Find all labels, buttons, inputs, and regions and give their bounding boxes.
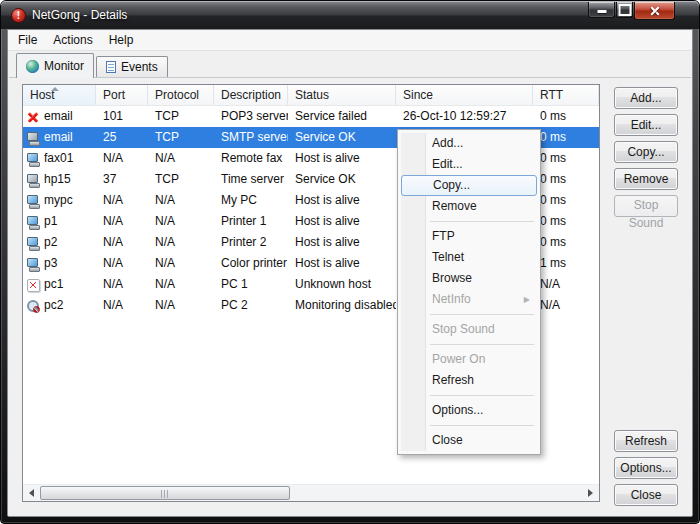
menu-item-options[interactable]: Options...: [400, 400, 538, 421]
menu-actions[interactable]: Actions: [45, 30, 100, 50]
description-cell: Printer 2: [214, 232, 288, 253]
refresh-button[interactable]: Refresh: [614, 430, 678, 452]
scroll-left-arrow-icon[interactable]: [23, 485, 40, 501]
minimize-button[interactable]: [588, 2, 615, 18]
window-close-button[interactable]: [634, 2, 675, 20]
app-window: NetGong - Details FileActionsHelp Monito…: [0, 0, 700, 524]
port-cell: N/A: [96, 190, 148, 211]
menu-item-telnet[interactable]: Telnet: [400, 247, 538, 268]
maximize-button[interactable]: [616, 2, 633, 18]
globe-icon: [26, 60, 39, 73]
tab-monitor[interactable]: Monitor: [16, 53, 94, 78]
rtt-cell: 0 ms: [533, 232, 599, 253]
menu-item-stop-sound: Stop Sound: [400, 319, 538, 340]
host-cell: email: [23, 127, 96, 148]
menu-help[interactable]: Help: [101, 30, 142, 50]
remove-button[interactable]: Remove: [614, 168, 678, 190]
menu-item-copy[interactable]: Copy...: [401, 175, 537, 196]
status-cell: Service failed: [288, 106, 396, 127]
horizontal-scrollbar[interactable]: [23, 484, 599, 501]
menu-item-edit[interactable]: Edit...: [400, 154, 538, 175]
menu-item-add[interactable]: Add...: [400, 133, 538, 154]
protocol-cell: TCP: [148, 106, 214, 127]
column-header-status[interactable]: Status: [288, 85, 396, 105]
scroll-right-arrow-icon[interactable]: [582, 485, 599, 501]
host-alive-icon: [26, 194, 40, 208]
copy-button[interactable]: Copy...: [614, 141, 678, 163]
host-alive-icon: [26, 236, 40, 250]
table-row[interactable]: email 101 TCP POP3 server Service failed…: [23, 106, 599, 127]
column-header-port[interactable]: Port: [96, 85, 148, 105]
window-controls: [588, 2, 675, 20]
status-cell: Service OK: [288, 169, 396, 190]
port-cell: N/A: [96, 232, 148, 253]
menu-separator: [400, 421, 538, 430]
host-cell: p3: [23, 253, 96, 274]
port-cell: N/A: [96, 148, 148, 169]
column-header-rtt[interactable]: RTT: [533, 85, 599, 105]
status-cell: Host is alive: [288, 253, 396, 274]
protocol-cell: N/A: [148, 232, 214, 253]
window-title: NetGong - Details: [32, 8, 127, 22]
column-header-host[interactable]: Host: [23, 85, 96, 105]
rtt-cell: 0 ms: [533, 148, 599, 169]
close-button[interactable]: Close: [614, 484, 678, 506]
protocol-cell: N/A: [148, 211, 214, 232]
host-unknown-icon: [26, 278, 40, 292]
rtt-cell: 1 ms: [533, 253, 599, 274]
tab-strip: Monitor Events: [16, 52, 168, 77]
host-cell: mypc: [23, 190, 96, 211]
tab-events[interactable]: Events: [96, 56, 168, 77]
client-area: FileActionsHelp Monitor Events HostPortP…: [7, 29, 693, 517]
rtt-cell: N/A: [533, 274, 599, 295]
description-cell: PC 1: [214, 274, 288, 295]
edit-button[interactable]: Edit...: [614, 114, 678, 136]
menu-item-remove[interactable]: Remove: [400, 196, 538, 217]
column-header-protocol[interactable]: Protocol: [148, 85, 214, 105]
description-cell: PC 2: [214, 295, 288, 316]
port-cell: 37: [96, 169, 148, 190]
protocol-cell: N/A: [148, 274, 214, 295]
host-cell: pc1: [23, 274, 96, 295]
host-alive-icon: [26, 152, 40, 166]
host-service-icon: [26, 131, 40, 145]
rtt-cell: 0 ms: [533, 190, 599, 211]
host-alive-icon: [26, 215, 40, 229]
menu-file[interactable]: File: [10, 30, 45, 50]
port-cell: 101: [96, 106, 148, 127]
protocol-cell: N/A: [148, 190, 214, 211]
menu-item-close[interactable]: Close: [400, 430, 538, 451]
column-header-since[interactable]: Since: [396, 85, 533, 105]
options-button[interactable]: Options...: [614, 457, 678, 479]
host-cell: pc2: [23, 295, 96, 316]
scrollbar-thumb[interactable]: [40, 486, 290, 500]
description-cell: Remote fax: [214, 148, 288, 169]
host-cell: p2: [23, 232, 96, 253]
table-header: HostPortProtocolDescriptionStatusSinceRT…: [23, 85, 599, 106]
status-cell: Monitoring disabled: [288, 295, 396, 316]
menu-item-ftp[interactable]: FTP: [400, 226, 538, 247]
status-cell: Unknown host: [288, 274, 396, 295]
port-cell: N/A: [96, 211, 148, 232]
menu-item-refresh[interactable]: Refresh: [400, 370, 538, 391]
stop-sound-button: Stop Sound: [614, 195, 678, 217]
protocol-cell: N/A: [148, 295, 214, 316]
menu-separator: [400, 217, 538, 226]
menu-separator: [400, 340, 538, 349]
app-icon: [11, 8, 26, 23]
host-alive-icon: [26, 257, 40, 271]
description-cell: SMTP server: [214, 127, 288, 148]
host-disabled-icon: [26, 299, 40, 313]
menu-item-browse[interactable]: Browse: [400, 268, 538, 289]
add-button[interactable]: Add...: [614, 87, 678, 109]
protocol-cell: TCP: [148, 127, 214, 148]
status-cell: Host is alive: [288, 190, 396, 211]
since-cell: 26-Oct-10 12:59:27: [396, 106, 533, 127]
description-cell: Time server: [214, 169, 288, 190]
status-cell: Host is alive: [288, 148, 396, 169]
port-cell: N/A: [96, 253, 148, 274]
description-cell: Color printer: [214, 253, 288, 274]
description-cell: My PC: [214, 190, 288, 211]
rtt-cell: 0 ms: [533, 169, 599, 190]
column-header-description[interactable]: Description: [214, 85, 288, 105]
